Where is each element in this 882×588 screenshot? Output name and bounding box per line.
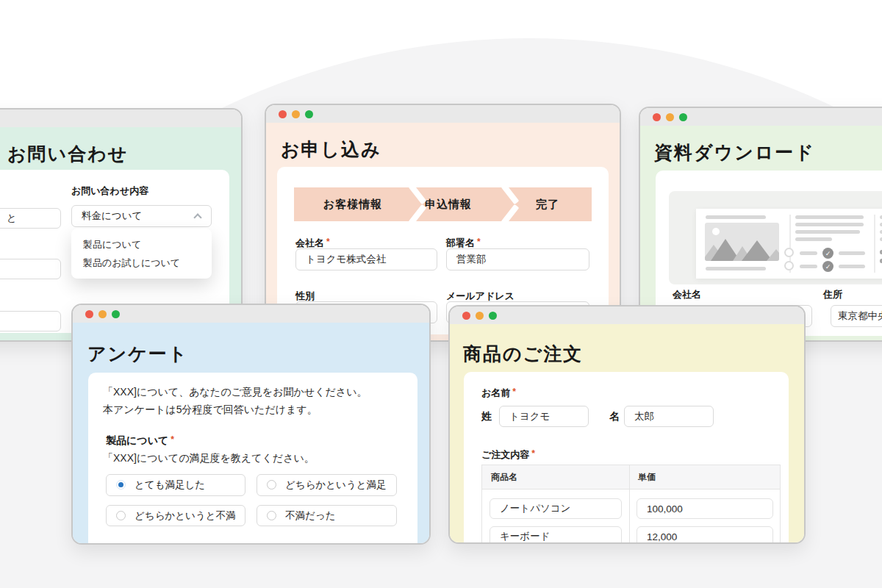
minimize-icon[interactable] bbox=[666, 113, 674, 121]
window-survey: アンケート 「XXX]について、あなたのご意見をお聞かせください。 本アンケート… bbox=[71, 304, 431, 545]
name-label: お名前* bbox=[481, 387, 516, 400]
order-table: 商品名 単価 ノートパソコン 100,000 キーボード 12,000 bbox=[481, 465, 781, 544]
window-order-body: 商品のご注文 お名前* 姓 トヨクモ 名 太郎 ご注文内容* 商品 bbox=[450, 324, 804, 542]
contact-input-3[interactable] bbox=[0, 311, 61, 331]
step-arrow-icon bbox=[409, 187, 429, 221]
contact-dropdown-select[interactable]: 料金について bbox=[71, 205, 212, 227]
titlebar bbox=[640, 108, 882, 126]
circle-icon bbox=[784, 261, 794, 270]
dl-address-value: 東京都中央区 bbox=[838, 309, 882, 323]
required-mark: * bbox=[531, 448, 535, 459]
dl-address-field[interactable]: 東京都中央区 bbox=[831, 305, 882, 327]
radio-icon bbox=[267, 480, 276, 490]
titlebar bbox=[266, 105, 620, 123]
survey-form-card: 「XXX]について、あなたのご意見をお聞かせください。 本アンケートは5分程度で… bbox=[88, 373, 417, 543]
contact-input-2[interactable] bbox=[0, 259, 61, 279]
survey-question-label: 製品について* bbox=[106, 434, 174, 448]
survey-question-desc: 「XXX]についての満足度を教えてください。 bbox=[103, 452, 315, 465]
dropdown-option-1[interactable]: 製品について bbox=[71, 235, 212, 254]
last-name-field[interactable]: トヨクモ bbox=[499, 406, 589, 427]
radio-icon bbox=[267, 511, 276, 520]
titlebar bbox=[73, 305, 429, 323]
unit-price-value: 100,000 bbox=[647, 503, 683, 514]
required-mark: * bbox=[326, 237, 330, 247]
column-divider bbox=[629, 465, 630, 544]
page: お問い合わせ と お問い合わせ内容 料金について 製品について 製品のお試しにつ… bbox=[0, 0, 882, 588]
titlebar bbox=[0, 110, 241, 127]
contact-input-1[interactable]: と bbox=[0, 208, 61, 229]
column-header-price: 単価 bbox=[638, 465, 748, 490]
circle-icon bbox=[784, 248, 794, 257]
required-mark: * bbox=[477, 237, 481, 247]
window-survey-body: アンケート 「XXX]について、あなたのご意見をお聞かせください。 本アンケート… bbox=[73, 323, 429, 543]
radio-icon bbox=[116, 511, 126, 520]
document-preview: ✓ ✓ bbox=[669, 191, 882, 284]
step-arrow-icon bbox=[502, 187, 521, 221]
required-mark: * bbox=[171, 434, 174, 445]
company-field-value: トヨクモ株式会社 bbox=[306, 253, 386, 266]
zoom-icon[interactable] bbox=[489, 312, 497, 320]
column-header-product: 商品名 bbox=[491, 465, 601, 490]
radio-option-label: 不満だった bbox=[285, 509, 335, 523]
product-name-value: キーボード bbox=[500, 530, 550, 543]
image-placeholder-icon bbox=[705, 223, 779, 261]
first-name-field[interactable]: 太郎 bbox=[624, 406, 714, 427]
close-icon[interactable] bbox=[279, 110, 287, 118]
close-icon[interactable] bbox=[85, 310, 93, 318]
product-name-field-row1[interactable]: ノートパソコン bbox=[490, 498, 622, 519]
radio-option-very-satisfied[interactable]: とても満足した bbox=[106, 474, 245, 496]
unit-price-value: 12,000 bbox=[647, 531, 677, 542]
minimize-icon[interactable] bbox=[292, 110, 300, 118]
unit-price-field-row1[interactable]: 100,000 bbox=[637, 498, 773, 519]
radio-option-label: とても満足した bbox=[135, 478, 205, 492]
close-icon[interactable] bbox=[653, 113, 661, 121]
minimize-icon[interactable] bbox=[476, 312, 484, 320]
order-content-label: ご注文内容* bbox=[481, 448, 535, 462]
dropdown-option-2[interactable]: 製品のお試しについて bbox=[71, 254, 212, 272]
department-field[interactable]: 営業部 bbox=[446, 248, 589, 270]
zoom-icon[interactable] bbox=[112, 310, 120, 318]
radio-selected-icon bbox=[116, 480, 126, 490]
chevron-up-icon bbox=[193, 213, 201, 221]
survey-intro-line1: 「XXX]について、あなたのご意見をお聞かせください。 bbox=[103, 386, 367, 399]
order-form-card: お名前* 姓 トヨクモ 名 太郎 ご注文内容* 商品名 単価 bbox=[464, 372, 789, 542]
page-title-survey: アンケート bbox=[87, 342, 188, 366]
radio-option-label: どちらかというと満足 bbox=[285, 478, 387, 492]
last-name-value: トヨクモ bbox=[509, 410, 550, 423]
contact-dropdown-label: お問い合わせ内容 bbox=[71, 184, 148, 198]
zoom-icon[interactable] bbox=[305, 110, 313, 118]
product-name-value: ノートパソコン bbox=[500, 502, 570, 515]
company-field[interactable]: トヨクモ株式会社 bbox=[295, 248, 437, 270]
page-title-download: 資料ダウンロード bbox=[654, 140, 815, 165]
first-name-value: 太郎 bbox=[634, 410, 654, 423]
product-name-field-row2[interactable]: キーボード bbox=[490, 526, 622, 544]
department-field-value: 営業部 bbox=[456, 253, 487, 266]
document-page-illustration: ✓ ✓ bbox=[696, 209, 882, 279]
dl-company-label: 会社名 bbox=[673, 288, 701, 301]
close-icon[interactable] bbox=[462, 312, 470, 320]
page-title-contact: お問い合わせ bbox=[7, 142, 128, 166]
last-name-label: 姓 bbox=[481, 410, 492, 423]
step-customer-info[interactable]: お客様情報 bbox=[294, 187, 412, 221]
zoom-icon[interactable] bbox=[679, 113, 687, 121]
unit-price-field-row2[interactable]: 12,000 bbox=[637, 526, 773, 544]
window-order: 商品のご注文 お名前* 姓 トヨクモ 名 太郎 ご注文内容* 商品 bbox=[448, 305, 806, 544]
first-name-label: 名 bbox=[609, 410, 620, 423]
radio-option-label: どちらかというと不満 bbox=[135, 509, 236, 523]
check-icon: ✓ bbox=[822, 248, 833, 259]
titlebar bbox=[450, 306, 804, 324]
radio-option-somewhat-dissatisfied[interactable]: どちらかというと不満 bbox=[106, 505, 245, 526]
contact-dropdown-value: 料金について bbox=[82, 209, 142, 223]
minimize-icon[interactable] bbox=[98, 310, 107, 318]
page-title-order: 商品のご注文 bbox=[463, 342, 583, 366]
dl-address-label: 住所 bbox=[823, 288, 842, 301]
page-title-application: お申し込み bbox=[281, 137, 381, 162]
contact-input-1-value: と bbox=[0, 212, 17, 225]
survey-intro-line2: 本アンケートは5分程度で回答いただけます。 bbox=[103, 404, 318, 417]
radio-option-somewhat-satisfied[interactable]: どちらかというと満足 bbox=[257, 474, 397, 496]
contact-dropdown-panel: 製品について 製品のお試しについて bbox=[71, 229, 212, 279]
radio-option-dissatisfied[interactable]: 不満だった bbox=[257, 505, 397, 526]
step-indicator: お客様情報 申込情報 完了 bbox=[294, 187, 592, 221]
required-mark: * bbox=[512, 387, 516, 397]
check-icon: ✓ bbox=[822, 261, 833, 272]
